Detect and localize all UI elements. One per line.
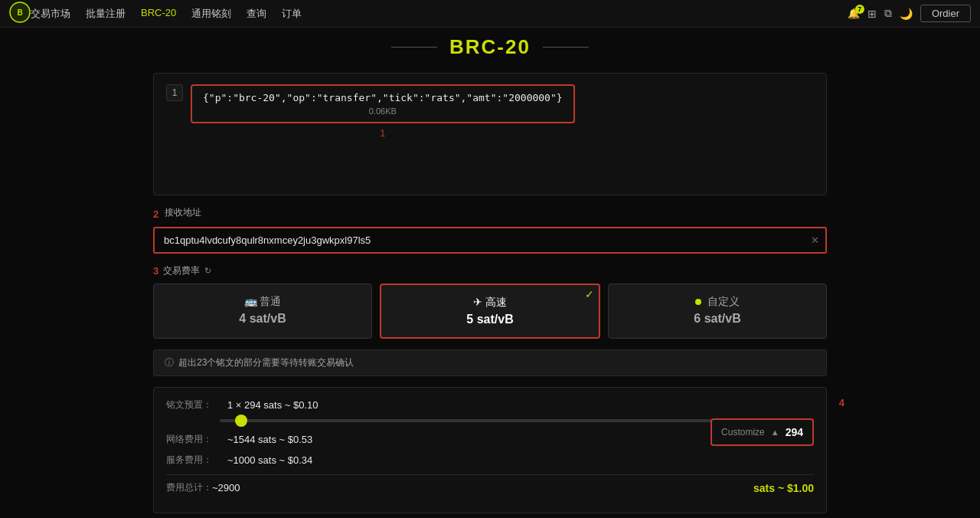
inscription-item: {"p":"brc-20","op":"transfer","tick":"ra… xyxy=(191,84,575,139)
fee-normal-label: 🚌 普通 xyxy=(162,295,364,309)
fee-custom-rate: 6 sat/vB xyxy=(616,312,818,326)
slider-thumb[interactable] xyxy=(235,415,247,427)
clear-icon[interactable]: ✕ xyxy=(811,234,819,246)
inscription-size: 0.06KB xyxy=(203,107,563,116)
customize-label: Customize xyxy=(721,427,765,438)
fee-options: 🚌 普通 4 sat/vB ✓ ✈ 高速 5 sat/vB 自定义 xyxy=(153,284,827,339)
nav-link-brc20[interactable]: BRC-20 xyxy=(141,7,176,21)
copy-icon[interactable]: ⧉ xyxy=(884,7,892,20)
service-fee-value: ~1000 sats ~ $0.34 xyxy=(227,454,814,466)
green-dot-icon xyxy=(695,299,701,305)
fee-option-custom[interactable]: 自定义 6 sat/vB xyxy=(608,284,827,339)
nav-links: 交易市场 批量注册 BRC-20 通用铭刻 查询 订单 xyxy=(31,7,848,21)
page-title-row: BRC-20 xyxy=(0,35,980,59)
inscriptions-row: 1 {"p":"brc-20","op":"transfer","tick":"… xyxy=(166,84,814,184)
step4-label: 4 xyxy=(839,397,844,408)
address-header: 2 接收地址 xyxy=(153,206,827,222)
step3-label: 3 xyxy=(153,265,158,277)
step2-label: 2 xyxy=(153,208,158,220)
address-section: 2 接收地址 ✕ xyxy=(153,206,827,254)
fee-fast-rate: 5 sat/vB xyxy=(389,313,591,326)
main-container: 1 {"p":"brc-20","op":"transfer","tick":"… xyxy=(0,73,980,518)
nav-link-market[interactable]: 交易市场 xyxy=(31,7,70,21)
fee-option-normal[interactable]: 🚌 普通 4 sat/vB xyxy=(153,284,372,339)
inscription-content: {"p":"brc-20","op":"transfer","tick":"ra… xyxy=(203,92,563,103)
refresh-icon[interactable]: ↻ xyxy=(204,266,211,276)
fee-header: 3 交易费率 ↻ xyxy=(153,264,827,277)
ordier-button[interactable]: Ordier xyxy=(920,5,971,22)
step4-outer: 4 xyxy=(839,395,844,409)
title-line-left xyxy=(391,47,437,48)
inscription-box: {"p":"brc-20","op":"transfer","tick":"ra… xyxy=(191,84,575,123)
address-input-row: ✕ xyxy=(153,227,827,254)
svg-text:B: B xyxy=(17,8,22,17)
logo[interactable]: B xyxy=(9,2,31,26)
warning-text: 超出23个铭文的部分需要等待转账交易确认 xyxy=(178,356,354,369)
notification-badge[interactable]: 🔔7 xyxy=(848,8,860,19)
warning-bar: ⓘ 超出23个铭文的部分需要等待转账交易确认 xyxy=(153,349,827,376)
inscription-fee-value: 1 × 294 sats ~ $0.10 xyxy=(227,399,814,411)
nav-link-orders[interactable]: 订单 xyxy=(282,7,302,21)
step1-badge: 1 xyxy=(166,84,183,101)
topnav: B 交易市场 批量注册 BRC-20 通用铭刻 查询 订单 🔔7 ⊞ ⧉ 🌙 O… xyxy=(0,0,980,28)
address-label: 接收地址 xyxy=(165,206,201,219)
total-label: 费用总计： xyxy=(166,481,212,494)
total-row: 费用总计： ~2900 sats ~ $1.00 xyxy=(166,481,814,494)
inscription-fee-row: 铭文预置： 1 × 294 sats ~ $0.10 xyxy=(166,398,814,411)
network-fee-label: 网络费用： xyxy=(166,433,227,446)
address-input[interactable] xyxy=(153,227,827,254)
fee-label: 交易费率 xyxy=(163,264,200,277)
grid-icon[interactable]: ⊞ xyxy=(867,8,877,20)
info-icon: ⓘ xyxy=(165,356,174,369)
nav-link-batch[interactable]: 批量注册 xyxy=(86,7,126,21)
total-usd: sats ~ $1.00 xyxy=(753,482,814,494)
badge-count: 7 xyxy=(855,5,864,14)
fee-fast-label: ✈ 高速 xyxy=(389,296,591,310)
chevron-up-icon[interactable]: ▲ xyxy=(771,428,779,437)
bus-icon: 🚌 xyxy=(244,295,257,307)
inscription-fee-label: 铭文预置： xyxy=(166,398,227,411)
service-fee-row: 服务费用： ~1000 sats ~ $0.34 xyxy=(166,454,814,467)
checkmark-icon: ✓ xyxy=(585,288,594,300)
page-title: BRC-20 xyxy=(449,35,531,59)
plane-icon: ✈ xyxy=(473,296,482,308)
service-fee-label: 服务费用： xyxy=(166,454,227,467)
total-sats: ~2900 xyxy=(212,482,753,493)
theme-icon[interactable]: 🌙 xyxy=(900,8,913,20)
topnav-right: 🔔7 ⊞ ⧉ 🌙 Ordier xyxy=(848,5,971,22)
nav-link-inscribe[interactable]: 通用铭刻 xyxy=(191,7,231,21)
customize-value: 294 xyxy=(786,426,803,438)
inscription-card: 1 {"p":"brc-20","op":"transfer","tick":"… xyxy=(153,73,827,195)
customize-popup: Customize ▲ 294 xyxy=(710,418,814,446)
fee-option-fast[interactable]: ✓ ✈ 高速 5 sat/vB xyxy=(380,284,600,339)
nav-link-query[interactable]: 查询 xyxy=(247,7,266,21)
fee-custom-label: 自定义 xyxy=(616,295,818,309)
cost-section: 4 Customize ▲ 294 铭文预置： 1 × 294 sats ~ $… xyxy=(153,387,827,513)
fee-section: 3 交易费率 ↻ 🚌 普通 4 sat/vB ✓ ✈ 高速 5 sat/vB xyxy=(153,264,827,339)
step1-footer-label: 1 xyxy=(380,128,385,139)
fee-normal-rate: 4 sat/vB xyxy=(162,312,364,326)
cost-divider xyxy=(166,474,814,475)
title-line-right xyxy=(543,47,589,48)
